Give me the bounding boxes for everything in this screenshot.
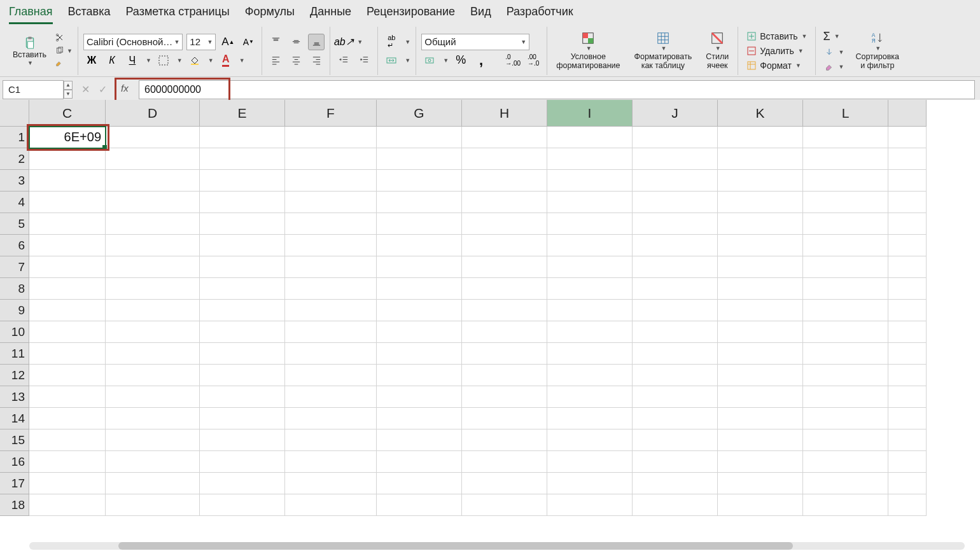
cell-C1[interactable]: 6E+09 [29, 127, 106, 148]
cell-J9[interactable] [633, 300, 718, 321]
cell-E8[interactable] [200, 278, 285, 300]
cell-F17[interactable] [285, 473, 377, 494]
cell-I1[interactable] [547, 127, 633, 148]
cell-D3[interactable] [106, 170, 200, 192]
row-header-16[interactable]: 16 [0, 451, 29, 473]
cell-H16[interactable] [462, 451, 547, 473]
cell-1[interactable] [888, 127, 927, 148]
cell-J3[interactable] [633, 170, 718, 192]
cell-E15[interactable] [200, 429, 285, 451]
font-name-dropdown[interactable]: Calibri (Основной…▼ [83, 34, 183, 50]
cell-H15[interactable] [462, 429, 547, 451]
cell-C9[interactable] [29, 300, 106, 321]
cell-K3[interactable] [718, 170, 803, 192]
row-header-4[interactable]: 4 [0, 192, 29, 213]
cell-J17[interactable] [633, 473, 718, 494]
name-box[interactable]: C1 [3, 80, 64, 99]
column-header-F[interactable]: F [285, 100, 377, 127]
cell-H13[interactable] [462, 386, 547, 408]
cell-I6[interactable] [547, 235, 633, 256]
italic-button[interactable]: К [104, 52, 120, 69]
cell-G8[interactable] [377, 278, 462, 300]
cell-18[interactable] [888, 494, 927, 516]
horizontal-scrollbar[interactable] [29, 542, 965, 550]
cell-F2[interactable] [285, 148, 377, 170]
cell-8[interactable] [888, 278, 927, 300]
cell-14[interactable] [888, 408, 927, 429]
cell-J7[interactable] [633, 256, 718, 278]
cancel-formula-button[interactable]: ✕ [81, 83, 90, 95]
cell-G4[interactable] [377, 192, 462, 213]
cell-E14[interactable] [200, 408, 285, 429]
cell-K10[interactable] [718, 321, 803, 343]
cell-H7[interactable] [462, 256, 547, 278]
cell-10[interactable] [888, 321, 927, 343]
cell-K17[interactable] [718, 473, 803, 494]
column-header-E[interactable]: E [200, 100, 285, 127]
cell-H3[interactable] [462, 170, 547, 192]
row-header-11[interactable]: 11 [0, 343, 29, 365]
font-size-dropdown[interactable]: 12▼ [186, 34, 216, 50]
row-header-1[interactable]: 1 [0, 127, 29, 148]
cell-H18[interactable] [462, 494, 547, 516]
cell-I13[interactable] [547, 386, 633, 408]
cell-E3[interactable] [200, 170, 285, 192]
cell-E11[interactable] [200, 343, 285, 365]
cell-J4[interactable] [633, 192, 718, 213]
row-header-2[interactable]: 2 [0, 148, 29, 170]
cell-F4[interactable] [285, 192, 377, 213]
cell-H14[interactable] [462, 408, 547, 429]
fill-color-button[interactable] [186, 52, 203, 69]
row-header-9[interactable]: 9 [0, 300, 29, 321]
chevron-up-icon[interactable]: ▲ [64, 81, 73, 90]
cell-6[interactable] [888, 235, 927, 256]
decrease-decimals-icon[interactable]: .00→.0 [525, 52, 542, 69]
cell-E12[interactable] [200, 365, 285, 386]
cell-D10[interactable] [106, 321, 200, 343]
cell-H8[interactable] [462, 278, 547, 300]
decrease-indent-icon[interactable] [335, 52, 352, 69]
decrease-font-icon[interactable]: A▼ [240, 34, 256, 50]
cell-K16[interactable] [718, 451, 803, 473]
cell-I11[interactable] [547, 343, 633, 365]
cell-C15[interactable] [29, 429, 106, 451]
copy-button[interactable]: ▼ [54, 45, 73, 57]
tab-review[interactable]: Рецензирование [367, 3, 455, 24]
fx-icon[interactable]: fx [121, 83, 129, 94]
cell-D17[interactable] [106, 473, 200, 494]
cell-G16[interactable] [377, 451, 462, 473]
cut-icon[interactable] [54, 32, 66, 43]
cell-G7[interactable] [377, 256, 462, 278]
cell-G12[interactable] [377, 365, 462, 386]
cell-L17[interactable] [803, 473, 888, 494]
cell-H2[interactable] [462, 148, 547, 170]
conditional-formatting-button[interactable]: ▼ Условное форматирование [552, 30, 624, 72]
cell-L2[interactable] [803, 148, 888, 170]
cell-D4[interactable] [106, 192, 200, 213]
cell-2[interactable] [888, 148, 927, 170]
cell-J16[interactable] [633, 451, 718, 473]
row-header-17[interactable]: 17 [0, 473, 29, 494]
align-top-icon[interactable] [267, 34, 284, 50]
cell-C17[interactable] [29, 473, 106, 494]
cell-E5[interactable] [200, 213, 285, 235]
row-header-12[interactable]: 12 [0, 365, 29, 386]
increase-font-icon[interactable]: A▲ [220, 34, 236, 50]
cell-D2[interactable] [106, 148, 200, 170]
cell-D13[interactable] [106, 386, 200, 408]
cell-L14[interactable] [803, 408, 888, 429]
cell-L1[interactable] [803, 127, 888, 148]
select-all-corner[interactable] [0, 100, 29, 127]
bold-button[interactable]: Ж [83, 52, 100, 69]
column-header-extra[interactable] [888, 100, 927, 127]
cell-K15[interactable] [718, 429, 803, 451]
cell-H17[interactable] [462, 473, 547, 494]
cell-H9[interactable] [462, 300, 547, 321]
cell-G1[interactable] [377, 127, 462, 148]
column-header-J[interactable]: J [633, 100, 718, 127]
cell-E16[interactable] [200, 451, 285, 473]
column-header-H[interactable]: H [462, 100, 547, 127]
cell-C3[interactable] [29, 170, 106, 192]
cell-15[interactable] [888, 429, 927, 451]
cell-7[interactable] [888, 256, 927, 278]
